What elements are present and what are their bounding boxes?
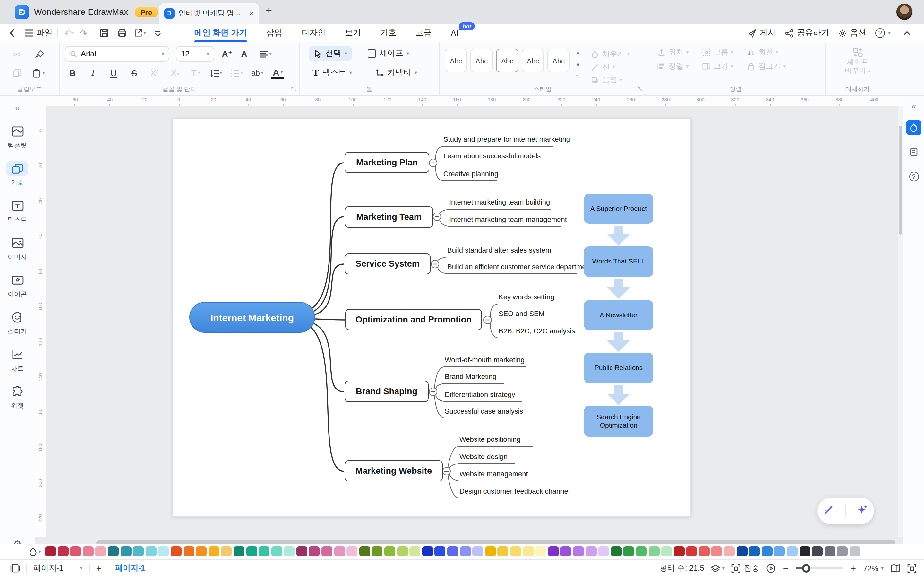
size-button[interactable]: 크기▾ — [701, 61, 733, 71]
paste-icon[interactable] — [32, 67, 45, 79]
page-panel-icon[interactable] — [10, 564, 20, 572]
color-swatch[interactable] — [334, 546, 345, 556]
flow-step-superior-product[interactable]: A Superior Product — [584, 193, 653, 224]
style-preview-4[interactable]: Abc — [522, 49, 544, 73]
subtopic[interactable]: B2B, B2C, C2C analysis — [499, 327, 575, 334]
style-preview-1[interactable]: Abc — [445, 49, 467, 73]
flow-step-newsletter[interactable]: A Newsletter — [584, 300, 653, 330]
style-scroll-down-icon[interactable]: ▼ — [575, 62, 581, 68]
sidebar-item-stickers[interactable]: 스티커 — [3, 309, 32, 336]
sidebar-item-images[interactable]: 이미지 — [3, 235, 32, 261]
color-swatch[interactable] — [799, 546, 810, 556]
presentation-play-button[interactable] — [766, 564, 776, 573]
color-swatch[interactable] — [535, 546, 546, 556]
color-swatch[interactable] — [762, 546, 772, 556]
change-case-icon[interactable]: T — [189, 67, 202, 79]
shadow-button[interactable]: 음영▾ — [590, 75, 630, 85]
collapse-ribbon-icon[interactable] — [900, 26, 914, 40]
subtopic[interactable]: Internet marketing team management — [449, 215, 567, 223]
color-swatch[interactable] — [70, 546, 81, 556]
color-swatch[interactable] — [699, 546, 710, 556]
main-topic-service-system[interactable]: Service System — [344, 253, 431, 274]
subtopic[interactable]: Internet marketing team building — [449, 198, 550, 206]
color-swatch[interactable] — [246, 546, 257, 556]
main-topic-marketing-plan[interactable]: Marketing Plan — [344, 152, 429, 173]
subtopic[interactable]: Build standard after sales system — [447, 246, 551, 253]
color-swatch[interactable] — [837, 546, 848, 556]
sidebar-item-icons[interactable]: 아이콘 — [3, 272, 32, 299]
color-swatch[interactable] — [850, 546, 861, 556]
superscript-icon[interactable]: X² — [148, 67, 161, 79]
cut-icon[interactable]: ✂ — [10, 48, 23, 61]
fill-color-tool-icon[interactable]: ▾ — [29, 546, 41, 556]
position-button[interactable]: 위치▾ — [656, 47, 688, 57]
color-swatch[interactable] — [774, 546, 785, 556]
collapse-toolbar-icon[interactable] — [151, 26, 165, 40]
sidebar-item-charts[interactable]: 차트 — [3, 347, 32, 373]
color-swatch[interactable] — [183, 546, 194, 556]
save-button[interactable] — [97, 26, 111, 40]
color-swatch[interactable] — [498, 546, 509, 556]
zoom-slider-knob[interactable] — [802, 564, 811, 572]
color-swatch[interactable] — [561, 546, 572, 556]
document-page[interactable]: Internet Marketing Marketing Plan Market… — [173, 118, 691, 517]
font-family-select[interactable]: Arial ▾ — [65, 46, 170, 61]
color-swatch[interactable] — [460, 546, 471, 556]
subtopic[interactable]: Word-of-mouth marketing — [445, 356, 525, 363]
color-swatch[interactable] — [485, 546, 496, 556]
color-swatch[interactable] — [83, 546, 94, 556]
color-swatch[interactable] — [347, 546, 358, 556]
color-swatch[interactable] — [787, 546, 798, 556]
color-swatch[interactable] — [472, 546, 483, 556]
color-swatch[interactable] — [321, 546, 333, 556]
subtopic[interactable]: Build an efficient customer service depa… — [447, 263, 592, 270]
font-group-expand-icon[interactable]: ⤡ — [291, 86, 296, 93]
underline-icon[interactable]: U — [107, 67, 120, 79]
flow-step-seo[interactable]: Search Engine Optimization — [584, 406, 653, 437]
vertical-scrollbar-thumb[interactable] — [899, 126, 902, 235]
color-swatch[interactable] — [611, 546, 622, 556]
group-button[interactable]: 그룹▾ — [701, 47, 733, 57]
zoom-out-button[interactable]: − — [783, 563, 789, 574]
text-align-icon[interactable] — [259, 47, 272, 60]
subtopic[interactable]: Website positioning — [459, 435, 520, 443]
main-topic-marketing-team[interactable]: Marketing Team — [344, 206, 433, 227]
zoom-level-select[interactable]: 72% ▾ — [863, 564, 884, 573]
export-button[interactable]: ▾ — [133, 26, 147, 40]
color-swatch[interactable] — [120, 546, 131, 556]
color-swatch[interactable] — [409, 546, 420, 556]
subtopic[interactable]: Differentiation strategy — [445, 390, 515, 398]
color-swatch[interactable] — [648, 546, 659, 556]
main-topic-brand-shaping[interactable]: Brand Shaping — [344, 381, 429, 402]
decrease-font-icon[interactable]: A⁻ — [240, 47, 253, 60]
increase-font-icon[interactable]: A⁺ — [221, 47, 234, 60]
magic-wand-button[interactable] — [822, 503, 835, 519]
tab-advanced[interactable]: 고급 — [415, 24, 431, 42]
text-tool-button[interactable]: T 텍스트 ▾ — [309, 65, 356, 80]
color-swatch[interactable] — [825, 546, 835, 556]
color-swatch[interactable] — [586, 546, 596, 556]
connector-tool-button[interactable]: 커넥터 ▾ — [371, 65, 421, 80]
color-swatch[interactable] — [598, 546, 609, 556]
subtopic[interactable]: SEO and SEM — [499, 309, 544, 318]
page-tab-active[interactable]: 페이지-1 — [115, 563, 145, 574]
subtopic[interactable]: Key words setting — [499, 293, 554, 300]
focus-mode-button[interactable]: 집중 — [732, 563, 759, 574]
tab-view[interactable]: 보기 — [345, 24, 361, 42]
style-preview-5[interactable]: Abc — [548, 49, 570, 73]
document-tab[interactable]: Ǝ 인터넷 마케팅 명... × — [159, 3, 259, 24]
color-swatch[interactable] — [636, 546, 647, 556]
format-painter-icon[interactable] — [33, 48, 46, 61]
style-gallery-expand-icon[interactable]: ⩱ — [575, 74, 581, 81]
style-preview-2[interactable]: Abc — [470, 49, 493, 73]
color-swatch[interactable] — [435, 546, 446, 556]
subtopic[interactable]: Study and prepare for internet marketing — [443, 135, 570, 143]
color-swatch[interactable] — [372, 546, 383, 556]
publish-button[interactable]: 게시 — [748, 27, 776, 39]
redo-button[interactable]: ↷ — [76, 26, 90, 40]
tab-design[interactable]: 디자인 — [302, 24, 326, 42]
sidebar-item-templates[interactable]: 템플릿 — [3, 124, 32, 150]
color-swatch[interactable] — [145, 546, 157, 556]
subscript-icon[interactable]: X₂ — [169, 67, 182, 79]
subtopic[interactable]: Design customer feedback channel — [459, 487, 570, 495]
